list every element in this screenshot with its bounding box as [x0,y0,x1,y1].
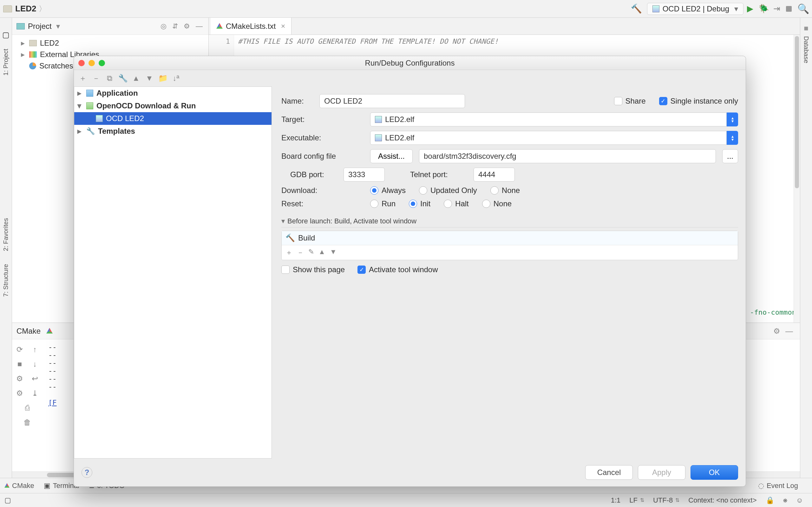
cmake-icon [46,328,53,334]
target-select[interactable]: LED2.elf ▴▾ [370,112,738,126]
settings-icon[interactable]: ⚙ [14,374,26,383]
stop-icon[interactable] [786,6,792,12]
before-launch-header[interactable]: ▾ Before launch: Build, Activate tool wi… [281,217,738,228]
stepper-icon[interactable]: ▴▾ [727,131,738,145]
library-icon [29,51,37,58]
executable-select[interactable]: LED2.elf ▴▾ [370,131,738,145]
before-launch-item[interactable]: 🔨 Build [282,231,738,245]
down-icon[interactable]: ↓ [29,360,41,369]
stop-icon[interactable]: ■ [14,360,26,369]
assist-button[interactable]: Assist... [370,149,413,163]
reset-none-radio[interactable]: None [482,199,512,208]
telnet-port-input[interactable] [473,168,515,181]
lock-icon[interactable]: 🔒 [766,496,774,504]
favorites-toolwindow-tab[interactable]: 2: Favorites [2,218,9,251]
wrap-icon[interactable]: ↩ [29,374,41,383]
database-toolwindow-tab[interactable]: Database [803,36,810,63]
editor-scrollbar[interactable]: ✔ [794,35,800,323]
download-updated-radio[interactable]: Updated Only [419,186,477,195]
apply-button[interactable]: Apply [638,465,686,480]
remove-icon[interactable]: － [297,248,304,257]
line-separator[interactable]: LF⇅ [629,496,644,504]
config-item-ocd-led2[interactable]: OCD LED2 [74,112,271,125]
locate-icon[interactable]: ◎ [160,22,166,31]
collapse-icon[interactable]: ⇵ [172,22,178,31]
move-down-icon[interactable]: ▼ [330,248,337,257]
edit-icon[interactable]: 🔧 [118,74,127,83]
collapse-icon[interactable]: ▾ [78,101,83,110]
name-input[interactable] [319,94,465,108]
gdb-port-input[interactable] [344,168,385,181]
ok-button[interactable]: OK [691,465,738,480]
gear-icon[interactable]: ⚙ [184,22,190,31]
scroll-icon[interactable]: ⤓ [29,389,41,398]
file-encoding[interactable]: UTF-8⇅ [653,496,679,504]
up-icon[interactable]: ↑ [29,345,41,354]
debug-icon[interactable]: 🪲 [759,4,768,14]
reset-run-radio[interactable]: Run [370,199,396,208]
config-tree[interactable]: ▸ Application ▾ OpenOCD Download & Run O… [74,87,272,458]
context-indicator[interactable]: Context: <no context> [688,496,757,504]
share-checkbox[interactable]: Share [614,97,646,106]
help-button[interactable]: ? [82,467,92,478]
project-view-dropdown-icon[interactable]: ▾ [56,22,60,31]
expand-icon[interactable]: ▸ [21,50,26,59]
caret-position[interactable]: 1:1 [611,496,621,504]
copy-icon[interactable]: ⧉ [105,74,114,83]
search-icon[interactable]: 🔍 [798,3,807,14]
project-panel-title[interactable]: Project [28,22,52,31]
left-gutter-folder-icon[interactable]: ▢ [2,31,9,39]
window-zoom-icon[interactable] [99,60,105,66]
build-icon[interactable]: 🔨 [631,3,642,14]
remove-icon[interactable]: － [92,73,101,83]
expand-icon[interactable]: ▸ [78,127,83,135]
stepper-icon[interactable]: ▴▾ [727,112,738,126]
scrollbar-thumb[interactable] [795,36,799,188]
gear-icon[interactable]: ⚙ [14,389,26,398]
add-icon[interactable]: ＋ [78,73,87,83]
project-toolwindow-tab[interactable]: 1: Project [2,49,9,75]
download-none-radio[interactable]: None [490,186,520,195]
gear-icon[interactable]: ⚙ [773,327,780,336]
single-instance-checkbox[interactable]: ✓ Single instance only [659,97,738,106]
window-close-icon[interactable] [78,60,85,66]
cancel-button[interactable]: Cancel [585,465,633,480]
download-always-radio[interactable]: Always [370,186,406,195]
toolwindows-quick-icon[interactable]: ▢ [4,496,11,504]
move-up-icon[interactable]: ▲ [132,74,141,83]
cmake-panel-title[interactable]: CMake [16,327,41,336]
memory-icon[interactable]: ⎈ [783,496,787,504]
expand-icon[interactable]: ▸ [21,39,26,48]
add-icon[interactable]: ＋ [286,248,293,257]
breadcrumb[interactable]: LED2 [15,4,36,14]
structure-toolwindow-tab[interactable]: 7: Structure [2,264,9,297]
attach-debugger-icon[interactable]: ⇥ [772,4,781,14]
edit-icon[interactable]: ✎ [308,248,314,257]
folder-icon[interactable]: 📁 [158,74,167,83]
reload-icon[interactable]: ⟳ [14,345,26,354]
editor-tab[interactable]: CMakeLists.txt ✕ [211,18,292,35]
sort-icon[interactable]: ↓ª [171,74,181,83]
hide-panel-icon[interactable]: — [785,327,793,336]
browse-button[interactable]: ... [722,149,738,163]
close-tab-icon[interactable]: ✕ [281,23,286,30]
activate-tool-checkbox[interactable]: ✓ Activate tool window [357,265,438,274]
expand-icon[interactable]: ▸ [78,89,83,98]
event-log-button[interactable]: ◌Event Log [758,482,798,490]
database-icon[interactable]: ≡ [804,24,808,33]
run-icon[interactable]: ▶ [745,4,755,14]
print-icon[interactable]: ⎙ [21,403,33,412]
cmake-toolwindow-button[interactable]: CMake [4,482,34,490]
board-config-input[interactable] [419,149,716,163]
move-up-icon[interactable]: ▲ [318,248,325,257]
trash-icon[interactable]: 🗑 [21,418,33,427]
window-minimize-icon[interactable] [89,60,95,66]
show-page-checkbox[interactable]: Show this page [281,265,345,274]
reset-halt-radio[interactable]: Halt [444,199,469,208]
hide-panel-icon[interactable]: — [196,22,203,31]
reset-init-radio[interactable]: Init [409,199,430,208]
hector-icon[interactable]: ☺ [796,496,803,504]
collapse-icon: ▾ [281,217,285,225]
run-config-selector[interactable]: OCD LED2 | Debug ▾ [647,3,744,15]
move-down-icon[interactable]: ▼ [145,74,154,83]
